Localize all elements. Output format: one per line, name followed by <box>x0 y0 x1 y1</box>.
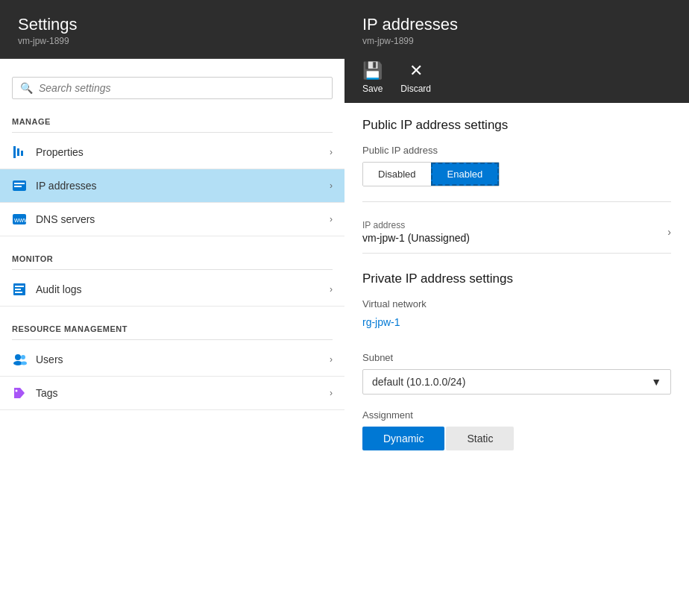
subnet-label: Subnet <box>362 352 671 363</box>
sidebar-item-tags-label: Tags <box>36 387 330 399</box>
assignment-section: Assignment Dynamic Static <box>362 409 671 450</box>
svg-point-16 <box>16 390 18 392</box>
svg-point-12 <box>15 354 21 360</box>
private-ip-section-title: Private IP address settings <box>362 271 671 286</box>
svg-point-14 <box>21 355 25 359</box>
private-ip-section: Private IP address settings Virtual netw… <box>362 271 671 450</box>
left-content: 🔍 MANAGE Properties › <box>0 59 344 616</box>
properties-chevron-icon: › <box>330 147 333 157</box>
right-subtitle: vm-jpw-1899 <box>362 36 671 46</box>
save-button[interactable]: 💾 Save <box>362 61 383 94</box>
discard-label: Discard <box>400 84 431 94</box>
svg-rect-1 <box>17 148 19 156</box>
left-subtitle: vm-jpw-1899 <box>18 36 327 46</box>
svg-rect-2 <box>21 151 23 156</box>
sidebar-item-audit-logs-label: Audit logs <box>36 283 330 295</box>
svg-rect-11 <box>15 292 22 293</box>
search-icon: 🔍 <box>20 82 33 94</box>
subnet-dropdown[interactable]: default (10.1.0.0/24) ▼ <box>362 369 671 395</box>
monitor-divider <box>12 269 333 270</box>
resource-management-section-label: RESOURCE MANAGEMENT <box>0 318 344 336</box>
sidebar-item-tags[interactable]: Tags › <box>0 377 344 410</box>
public-ip-divider <box>362 201 671 202</box>
dns-servers-icon: www <box>12 212 27 227</box>
svg-rect-5 <box>14 186 22 187</box>
virtual-network-link[interactable]: rg-jpw-1 <box>362 316 400 328</box>
users-icon <box>12 352 27 367</box>
assignment-toggle-group: Dynamic Static <box>362 427 515 450</box>
left-panel: Settings vm-jpw-1899 🔍 MANAGE Properties… <box>0 0 344 616</box>
save-label: Save <box>362 84 383 94</box>
left-header: Settings vm-jpw-1899 <box>0 0 344 59</box>
sidebar-item-dns-label: DNS servers <box>36 213 330 225</box>
assignment-label: Assignment <box>362 409 671 421</box>
audit-logs-icon <box>12 282 27 297</box>
sidebar-item-users[interactable]: Users › <box>0 343 344 377</box>
manage-divider <box>12 132 333 133</box>
resource-mgmt-divider <box>12 339 333 340</box>
right-content: Public IP address settings Public IP add… <box>344 103 689 616</box>
svg-rect-10 <box>15 289 21 290</box>
enabled-toggle-btn[interactable]: Enabled <box>431 163 500 186</box>
sidebar-item-properties[interactable]: Properties › <box>0 136 344 169</box>
discard-button[interactable]: ✕ Discard <box>400 61 431 94</box>
save-icon: 💾 <box>362 61 383 81</box>
search-box[interactable]: 🔍 <box>12 77 333 99</box>
ip-address-chevron-icon: › <box>667 226 671 238</box>
monitor-section-label: MONITOR <box>0 248 344 266</box>
properties-icon <box>12 145 27 160</box>
ip-address-info: IP address vm-jpw-1 (Unassigned) <box>362 220 470 244</box>
manage-section-label: MANAGE <box>0 111 344 129</box>
svg-rect-0 <box>13 146 16 158</box>
sidebar-item-properties-label: Properties <box>36 146 330 158</box>
tags-icon <box>12 386 27 400</box>
subnet-dropdown-icon: ▼ <box>651 376 661 388</box>
sidebar-item-ip-addresses[interactable]: IP addresses › <box>0 169 344 203</box>
public-ip-field-label: Public IP address <box>362 145 671 156</box>
svg-point-15 <box>21 362 27 365</box>
left-title: Settings <box>18 15 327 34</box>
right-header: IP addresses vm-jpw-1899 💾 Save ✕ Discar… <box>344 0 689 103</box>
sidebar-item-dns-servers[interactable]: www DNS servers › <box>0 203 344 236</box>
virtual-network-label: Virtual network <box>362 298 671 309</box>
dns-servers-chevron-icon: › <box>330 214 333 224</box>
sidebar-item-ip-label: IP addresses <box>36 180 330 192</box>
search-input[interactable] <box>39 82 324 94</box>
ip-addresses-chevron-icon: › <box>330 180 333 191</box>
toolbar: 💾 Save ✕ Discard <box>362 55 671 103</box>
ip-address-row[interactable]: IP address vm-jpw-1 (Unassigned) › <box>362 211 671 254</box>
subnet-value: default (10.1.0.0/24) <box>372 376 465 388</box>
audit-logs-chevron-icon: › <box>330 284 333 295</box>
search-container: 🔍 <box>0 71 344 111</box>
right-title: IP addresses <box>362 15 671 34</box>
users-chevron-icon: › <box>330 354 333 365</box>
svg-rect-9 <box>15 286 24 287</box>
right-panel: IP addresses vm-jpw-1899 💾 Save ✕ Discar… <box>344 0 689 616</box>
svg-text:www: www <box>13 216 26 224</box>
static-assignment-btn[interactable]: Static <box>446 427 514 450</box>
public-ip-toggle-group: Disabled Enabled <box>362 162 500 186</box>
ip-address-value: vm-jpw-1 (Unassigned) <box>362 232 470 244</box>
svg-rect-4 <box>14 183 25 184</box>
ip-address-label: IP address <box>362 220 470 230</box>
sidebar-item-users-label: Users <box>36 353 330 365</box>
ip-addresses-icon <box>12 178 27 193</box>
discard-icon: ✕ <box>409 61 423 81</box>
dynamic-assignment-btn[interactable]: Dynamic <box>362 427 444 450</box>
disabled-toggle-btn[interactable]: Disabled <box>363 163 431 186</box>
sidebar-item-audit-logs[interactable]: Audit logs › <box>0 273 344 307</box>
public-ip-section-title: Public IP address settings <box>362 118 671 133</box>
tags-chevron-icon: › <box>330 388 333 398</box>
